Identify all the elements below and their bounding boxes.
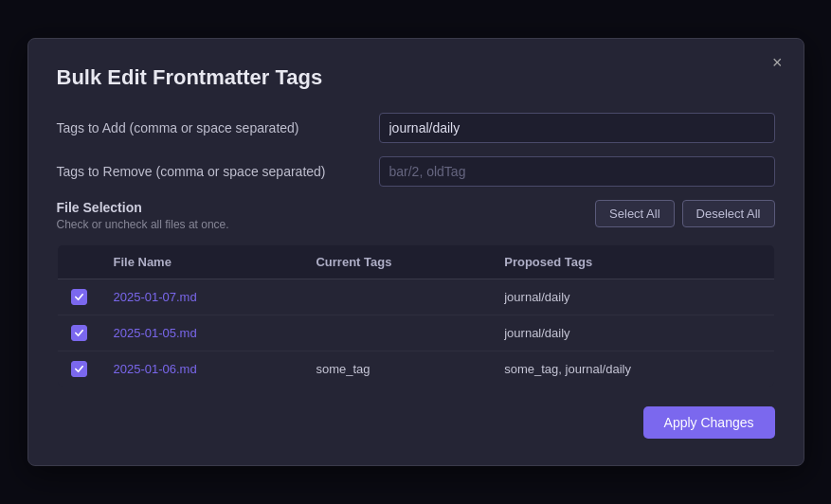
tags-add-input[interactable]: [379, 113, 775, 143]
file-selection-subtitle: Check or uncheck all files at once.: [57, 218, 229, 231]
proposed-tags-cell: some_tag, journal/daily: [491, 351, 774, 387]
modal-title: Bulk Edit Frontmatter Tags: [57, 65, 775, 90]
bulk-edit-modal: × Bulk Edit Frontmatter Tags Tags to Add…: [27, 38, 804, 466]
file-selection-buttons: Select All Deselect All: [595, 200, 774, 227]
row-checkbox-2[interactable]: [71, 361, 87, 377]
footer-row: Apply Changes: [57, 406, 775, 439]
select-all-button[interactable]: Select All: [595, 200, 674, 227]
row-checkbox-0[interactable]: [71, 289, 87, 305]
file-name-cell: 2025-01-06.md: [100, 351, 303, 387]
apply-changes-button[interactable]: Apply Changes: [643, 406, 775, 439]
file-name-cell: 2025-01-05.md: [100, 315, 303, 351]
table-row: 2025-01-07.mdjournal/daily: [57, 279, 774, 315]
table-row: 2025-01-06.mdsome_tagsome_tag, journal/d…: [57, 351, 774, 387]
col-proposed-tags-header: Proposed Tags: [491, 245, 774, 279]
tags-remove-label: Tags to Remove (comma or space separated…: [57, 164, 379, 179]
proposed-tags-cell: journal/daily: [491, 315, 774, 351]
current-tags-cell: [302, 279, 491, 315]
file-selection-title: File Selection: [57, 200, 229, 215]
table-header-row: File Name Current Tags Proposed Tags: [57, 245, 774, 279]
col-filename-header: File Name: [100, 245, 303, 279]
tags-remove-input[interactable]: [379, 156, 775, 187]
file-name-cell: 2025-01-07.md: [100, 279, 303, 315]
tags-remove-row: Tags to Remove (comma or space separated…: [57, 156, 775, 187]
files-table: File Name Current Tags Proposed Tags 202…: [57, 244, 775, 387]
file-selection-header: File Selection Check or uncheck all file…: [57, 200, 775, 231]
modal-overlay: × Bulk Edit Frontmatter Tags Tags to Add…: [0, 0, 831, 504]
table-row: 2025-01-05.mdjournal/daily: [57, 315, 774, 351]
current-tags-cell: [302, 315, 491, 351]
proposed-tags-cell: journal/daily: [491, 279, 774, 315]
deselect-all-button[interactable]: Deselect All: [682, 200, 775, 227]
row-checkbox-1[interactable]: [71, 325, 87, 341]
close-button[interactable]: ×: [767, 52, 788, 73]
current-tags-cell: some_tag: [302, 351, 491, 387]
tags-add-row: Tags to Add (comma or space separated): [57, 113, 775, 143]
col-current-tags-header: Current Tags: [302, 245, 491, 279]
tags-add-label: Tags to Add (comma or space separated): [57, 120, 379, 135]
col-checkbox: [57, 245, 100, 279]
